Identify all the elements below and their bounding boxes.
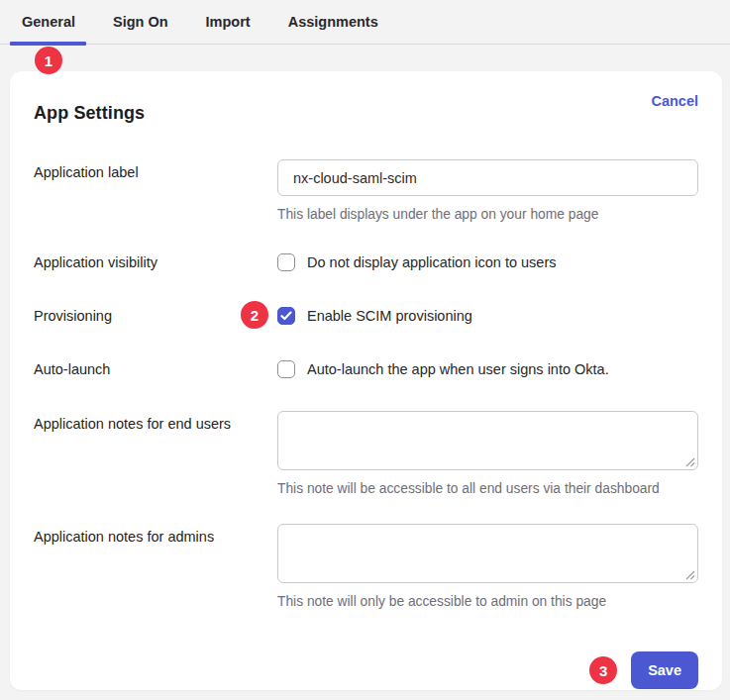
auto-launch-checkbox[interactable] [277, 360, 295, 378]
notes-admins-textarea[interactable] [277, 524, 698, 583]
notes-end-users-textarea[interactable] [277, 411, 698, 470]
page-title: App Settings [34, 97, 145, 124]
card-footer: 3 Save [34, 651, 698, 689]
row-application-visibility: Application visibility Do not display ap… [34, 252, 698, 272]
row-application-label: Application label This label displays un… [34, 159, 698, 223]
checkmark-icon [280, 311, 292, 321]
resize-handle-icon[interactable] [685, 570, 695, 580]
save-button[interactable]: Save [631, 651, 698, 689]
active-tab-indicator [10, 42, 86, 46]
application-label-helper: This label displays under the app on you… [277, 206, 698, 223]
auto-launch-label: Auto-launch [34, 359, 277, 378]
tab-general[interactable]: General [22, 14, 75, 30]
application-visibility-checkbox[interactable] [277, 253, 295, 271]
notes-end-users-label: Application notes for end users [34, 411, 277, 433]
application-visibility-label: Application visibility [34, 252, 277, 271]
tab-import[interactable]: Import [206, 14, 251, 30]
provisioning-checkbox-label[interactable]: Enable SCIM provisioning [307, 307, 472, 325]
resize-handle-icon[interactable] [685, 457, 695, 467]
row-provisioning: Provisioning 2 Enable SCIM provisioning [34, 306, 698, 326]
app-settings-card: App Settings Cancel Application label Th… [10, 71, 722, 690]
annotation-badge-3: 3 [589, 656, 617, 684]
provisioning-checkbox[interactable] [277, 307, 295, 325]
application-visibility-checkbox-label[interactable]: Do not display application icon to users [307, 253, 556, 271]
notes-end-users-helper: This note will be accessible to all end … [277, 480, 698, 497]
row-notes-end-users: Application notes for end users This not… [34, 411, 698, 497]
cancel-link[interactable]: Cancel [651, 93, 698, 109]
auto-launch-checkbox-label[interactable]: Auto-launch the app when user signs into… [307, 360, 609, 378]
row-notes-admins: Application notes for admins This note w… [34, 524, 698, 610]
card-header: App Settings Cancel [34, 97, 698, 124]
tab-assignments[interactable]: Assignments [288, 14, 378, 30]
application-label-input[interactable] [277, 159, 698, 196]
app-tabbar: General Sign On Import Assignments [0, 0, 730, 45]
application-label-label: Application label [34, 159, 277, 181]
row-auto-launch: Auto-launch Auto-launch the app when use… [34, 359, 698, 379]
annotation-badge-1: 1 [35, 47, 62, 74]
notes-admins-helper: This note will only be accessible to adm… [277, 593, 698, 610]
tab-sign-on[interactable]: Sign On [113, 14, 168, 30]
annotation-badge-2: 2 [241, 301, 268, 329]
notes-admins-label: Application notes for admins [34, 524, 277, 546]
